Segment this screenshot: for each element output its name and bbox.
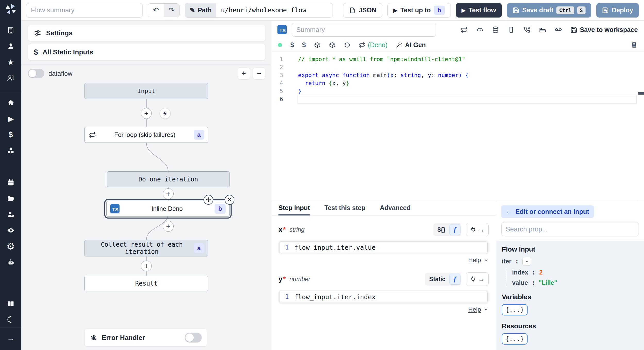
search-prop-input[interactable]	[501, 222, 639, 236]
flow-node-input[interactable]: Input	[84, 83, 208, 99]
prop-iter[interactable]: iter: -	[502, 257, 638, 266]
timeout-frame-icon[interactable]	[507, 26, 515, 34]
suspend-phone-icon[interactable]	[523, 26, 531, 34]
path-input[interactable]	[216, 3, 333, 17]
package-cube-icon[interactable]	[329, 42, 336, 48]
flow-node-for-loop[interactable]: For loop (skip failures) a	[84, 127, 208, 143]
move-step-button[interactable]	[204, 195, 213, 205]
app-sidebar: ★ ▶ $ ⚙ ☾ →	[0, 0, 21, 350]
sleep-bed-icon[interactable]	[539, 26, 546, 34]
dollar-icon: $	[34, 48, 38, 56]
flow-summary-input[interactable]	[26, 3, 143, 18]
ai-gen-button[interactable]: AI Gen	[396, 41, 426, 49]
favorites-star-icon[interactable]: ★	[0, 54, 21, 70]
undo-button[interactable]: ↶	[148, 4, 164, 17]
dataflow-label: dataflow	[48, 70, 72, 77]
cache-database-icon[interactable]	[492, 26, 499, 34]
runs-play-icon[interactable]: ▶	[0, 111, 21, 127]
chevron-down-icon[interactable]	[484, 257, 489, 263]
retry-icon[interactable]	[460, 26, 468, 34]
flow-node-collect-result[interactable]: Collect result of each iteration a	[84, 240, 208, 256]
add-step-button[interactable]: +	[141, 108, 152, 119]
redo-button[interactable]: ↷	[164, 4, 180, 17]
test-up-to-button[interactable]: ▶ Test up to b	[387, 3, 451, 18]
flow-node-result[interactable]: Result	[84, 276, 208, 291]
zoom-in-button[interactable]: +	[237, 68, 250, 79]
sliders-icon	[34, 29, 41, 37]
delete-step-button[interactable]: ✕	[225, 195, 234, 205]
docs-books-icon[interactable]	[0, 296, 21, 312]
variables-object-button[interactable]: {...}	[502, 304, 528, 315]
ai-robot-icon[interactable]	[0, 254, 21, 270]
error-handler-toggle[interactable]	[185, 333, 202, 343]
trigger-bolt-button[interactable]	[160, 108, 171, 119]
add-step-button[interactable]: +	[163, 221, 174, 232]
collapsed-object-value[interactable]: -	[522, 257, 531, 266]
user-icon[interactable]	[0, 38, 21, 54]
windmill-logo-icon[interactable]	[5, 3, 17, 15]
step-input-panel: Step Input Test this step Advanced x* st…	[271, 201, 496, 350]
save-draft-button[interactable]: Save draft CtrlS	[507, 3, 591, 18]
folders-icon[interactable]	[0, 190, 21, 206]
deploy-button[interactable]: Deploy	[596, 3, 639, 18]
tab-advanced[interactable]: Advanced	[380, 201, 411, 215]
package-cube-icon[interactable]	[314, 42, 321, 48]
add-step-button[interactable]: +	[163, 188, 174, 199]
template-mode-option[interactable]: ${}	[434, 225, 448, 235]
help-link[interactable]: Help	[468, 306, 481, 313]
save-icon	[570, 26, 577, 33]
edit-or-connect-button[interactable]: ← Edit or connect an input	[501, 205, 594, 218]
step-badge: b	[434, 6, 445, 15]
help-row-y: Help	[278, 306, 489, 313]
static-mode-option[interactable]: Static	[426, 274, 448, 284]
test-flow-button[interactable]: ▶ Test flow	[456, 3, 502, 18]
settings-gear-icon[interactable]: ⚙	[0, 238, 21, 254]
groups-icon[interactable]	[0, 70, 21, 86]
mock-voicemail-icon[interactable]	[555, 26, 562, 34]
connect-input-button-y[interactable]: →	[466, 272, 489, 286]
variables-dollar-icon[interactable]: $	[0, 127, 21, 143]
flow-settings-button[interactable]: Settings	[28, 25, 266, 41]
tab-step-input[interactable]: Step Input	[278, 201, 310, 215]
home-icon[interactable]	[0, 95, 21, 111]
minimap-gutter[interactable]	[638, 52, 644, 201]
wand-icon	[396, 42, 402, 48]
tab-test-this-step[interactable]: Test this step	[324, 201, 365, 215]
all-static-inputs-button[interactable]: $ All Static Inputs	[28, 44, 266, 60]
zoom-out-button[interactable]: −	[253, 68, 266, 79]
status-dot	[278, 43, 282, 47]
javascript-mode-option[interactable]: f	[450, 274, 460, 285]
help-link[interactable]: Help	[468, 256, 481, 264]
flow-node-do-one-iteration[interactable]: Do one iteration	[107, 171, 230, 187]
audit-eye-icon[interactable]	[0, 222, 21, 238]
resource-picker-icon[interactable]: $	[302, 41, 306, 49]
add-step-button[interactable]: +	[141, 261, 152, 271]
dataflow-toggle[interactable]	[28, 69, 44, 78]
error-handler-label: Error Handler	[102, 334, 181, 342]
resources-boxes-icon[interactable]	[0, 143, 21, 159]
prop-value[interactable]: value: "Lille"	[512, 279, 638, 286]
collapse-sidebar-arrow-icon[interactable]: →	[0, 330, 21, 346]
users-admin-icon[interactable]	[0, 206, 21, 222]
json-button[interactable]: JSON	[343, 3, 382, 18]
concurrency-gauge-icon[interactable]	[476, 26, 484, 34]
runtime-selector[interactable]: (Deno)	[359, 41, 387, 49]
chevron-down-icon[interactable]	[484, 307, 489, 312]
code-lines[interactable]: // import * as wmill from "npm:windmill-…	[290, 52, 644, 201]
connect-input-button-x[interactable]: →	[466, 223, 489, 236]
resources-object-button[interactable]: {...}	[502, 333, 528, 345]
history-rotate-icon[interactable]	[344, 42, 351, 48]
save-to-workspace-button[interactable]: Save to workspace	[570, 26, 638, 34]
prop-index[interactable]: index: 2	[512, 269, 638, 276]
step-summary-input[interactable]	[292, 23, 436, 37]
javascript-mode-option[interactable]: f	[450, 224, 460, 235]
dark-mode-moon-icon[interactable]: ☾	[0, 312, 21, 328]
typescript-badge: TS	[277, 25, 287, 34]
workspace-icon[interactable]	[0, 22, 21, 38]
library-book-icon[interactable]	[631, 42, 637, 48]
code-editor[interactable]: 123456 // import * as wmill from "npm:wi…	[271, 52, 644, 201]
variable-picker-icon[interactable]: $	[290, 41, 294, 49]
expr-editor-x[interactable]: 1 flow_input.iter.value	[278, 240, 489, 254]
schedules-calendar-icon[interactable]	[0, 174, 21, 190]
expr-editor-y[interactable]: 1 flow_input.iter.index	[278, 290, 489, 304]
